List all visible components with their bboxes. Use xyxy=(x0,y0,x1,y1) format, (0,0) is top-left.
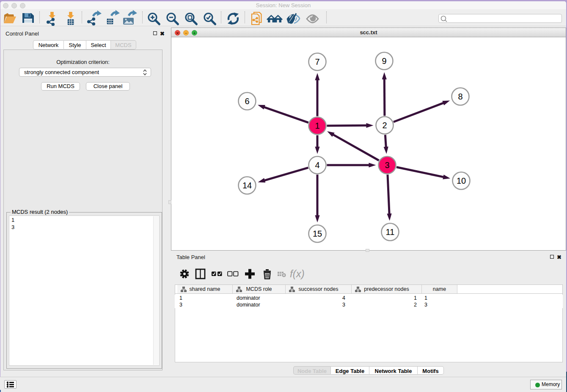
svg-text:1: 1 xyxy=(315,121,319,130)
svg-text:10: 10 xyxy=(457,176,466,185)
svg-text:15: 15 xyxy=(313,229,322,238)
svg-text:3: 3 xyxy=(385,160,389,170)
svg-text:14: 14 xyxy=(242,181,252,190)
svg-text:11: 11 xyxy=(386,227,395,237)
svg-text:9: 9 xyxy=(382,56,386,66)
svg-text:7: 7 xyxy=(315,57,319,66)
svg-text:4: 4 xyxy=(315,160,319,170)
svg-text:f(x): f(x) xyxy=(290,268,305,279)
svg-text:6: 6 xyxy=(245,97,249,106)
svg-text:8: 8 xyxy=(458,92,462,101)
svg-text:2: 2 xyxy=(382,121,387,130)
